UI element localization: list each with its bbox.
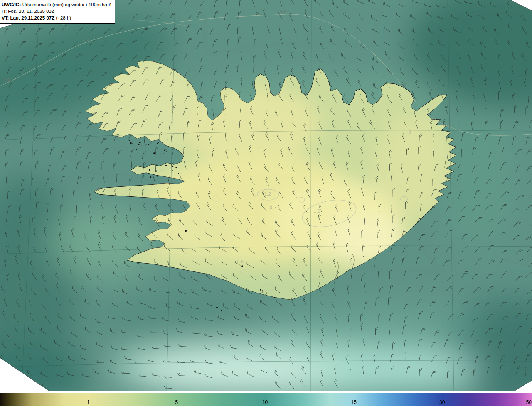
map-canvas — [0, 0, 532, 391]
islet-dot — [167, 139, 168, 139]
islet-dot — [153, 152, 155, 154]
islet-dot — [157, 143, 158, 144]
islet-dot — [148, 144, 149, 145]
model-id: UWC/IG: — [2, 2, 21, 7]
colorbar-tick-label: 5 — [175, 399, 178, 405]
islet-dot — [216, 307, 218, 308]
islet-dot — [136, 149, 138, 150]
map-title-text: Úrkomumætti (mm) og vindur í 100m hæð — [21, 2, 111, 7]
init-time: IT: Fös. 28. 11. 2025 03Z — [2, 8, 111, 15]
islet-dot — [150, 142, 151, 143]
islet-dot — [142, 145, 142, 145]
islet-dot — [266, 292, 267, 293]
islet-dot — [130, 143, 131, 144]
islet-dot — [163, 153, 164, 154]
weather-map-app: 4.87.77.94.74.8881.20.71.00.8 UWC/IG: Úr… — [0, 0, 532, 406]
islet-dot — [155, 170, 157, 172]
valid-time-main: VT: Lau. 29.11.2025 07Z — [2, 15, 54, 20]
colorbar-tick-label: 50 — [526, 399, 532, 405]
islet-dot — [172, 166, 174, 167]
islet-dot — [178, 173, 179, 174]
islet-dot — [155, 144, 156, 144]
islet-dot — [140, 138, 141, 139]
colorbar-tick-label: 15 — [351, 399, 357, 405]
islet-dot — [160, 154, 161, 155]
islet-dot — [129, 140, 130, 141]
islet-dot — [138, 144, 140, 145]
islet-dot — [175, 167, 177, 168]
islet-dot — [145, 144, 146, 145]
islet-dot — [165, 149, 167, 150]
islet-dot — [185, 230, 187, 232]
colorbar: 1510153050 — [0, 393, 532, 406]
islet-dot — [164, 150, 165, 151]
islet-dot — [140, 142, 141, 143]
map-area: 4.87.77.94.74.8881.20.71.00.8 UWC/IG: Úr… — [0, 0, 532, 391]
colorbar-tick-label: 1 — [87, 399, 90, 405]
islet-dot — [148, 173, 149, 174]
islet-dot — [157, 175, 158, 176]
islet-dot — [161, 171, 162, 171]
colorbar-tick-label: 10 — [262, 399, 268, 405]
islet-dot — [157, 142, 159, 143]
islet-dot — [153, 141, 153, 142]
islet-dot — [150, 176, 151, 178]
colorbar-tick-label: 30 — [439, 399, 445, 405]
islet-dot — [163, 171, 164, 171]
islet-dot — [165, 165, 167, 166]
islet-dot — [149, 169, 150, 171]
islet-dot — [153, 174, 154, 174]
islet-dot — [274, 297, 275, 298]
islet-dot — [131, 143, 133, 144]
valid-time-lead: (+28 h) — [54, 15, 71, 20]
islet-dot — [221, 310, 222, 311]
islet-dot — [166, 151, 167, 152]
islet-dot — [241, 265, 243, 267]
islet-dot — [130, 142, 131, 143]
map-title: UWC/IG: Úrkomumætti (mm) og vindur í 100… — [2, 2, 111, 8]
valid-time: VT: Lau. 29.11.2025 07Z (+28 h) — [2, 15, 111, 22]
islet-dot — [139, 142, 140, 143]
map-info-box: UWC/IG: Úrkomumætti (mm) og vindur í 100… — [0, 0, 115, 24]
